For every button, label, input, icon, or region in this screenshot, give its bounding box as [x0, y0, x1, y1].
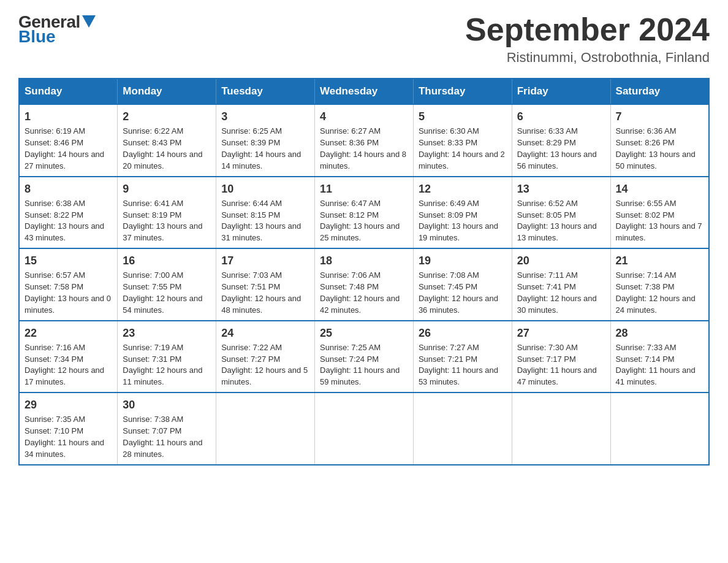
logo-triangle-icon	[82, 15, 96, 28]
calendar-week-row: 29Sunrise: 7:35 AMSunset: 7:10 PMDayligh…	[19, 393, 709, 464]
weekday-header-friday: Friday	[512, 79, 610, 104]
day-number: 4	[320, 109, 408, 124]
day-info: Sunrise: 6:36 AMSunset: 8:26 PMDaylight:…	[616, 126, 703, 172]
calendar-day-cell: 15Sunrise: 6:57 AMSunset: 7:58 PMDayligh…	[19, 248, 118, 320]
calendar-day-cell: 24Sunrise: 7:22 AMSunset: 7:27 PMDayligh…	[216, 321, 315, 393]
day-info: Sunrise: 7:38 AMSunset: 7:07 PMDaylight:…	[123, 414, 211, 460]
logo-blue-text: Blue	[18, 27, 56, 47]
weekday-header-wednesday: Wednesday	[315, 79, 414, 104]
day-number: 14	[616, 181, 703, 197]
calendar-day-cell: 18Sunrise: 7:06 AMSunset: 7:48 PMDayligh…	[315, 248, 414, 320]
calendar-day-cell: 28Sunrise: 7:33 AMSunset: 7:14 PMDayligh…	[610, 321, 709, 393]
day-info: Sunrise: 7:00 AMSunset: 7:55 PMDaylight:…	[123, 270, 211, 316]
day-info: Sunrise: 6:55 AMSunset: 8:02 PMDaylight:…	[616, 198, 703, 244]
calendar-day-cell: 5Sunrise: 6:30 AMSunset: 8:33 PMDaylight…	[413, 104, 512, 176]
day-number: 15	[25, 253, 112, 269]
calendar-day-cell	[610, 393, 709, 464]
day-number: 24	[221, 325, 309, 341]
calendar-day-cell: 20Sunrise: 7:11 AMSunset: 7:41 PMDayligh…	[512, 248, 610, 320]
day-number: 26	[419, 325, 507, 341]
day-info: Sunrise: 7:03 AMSunset: 7:51 PMDaylight:…	[221, 270, 309, 316]
day-info: Sunrise: 7:06 AMSunset: 7:48 PMDaylight:…	[320, 270, 408, 316]
calendar-day-cell	[413, 393, 512, 464]
day-number: 18	[320, 253, 408, 269]
calendar-day-cell: 29Sunrise: 7:35 AMSunset: 7:10 PMDayligh…	[19, 393, 118, 464]
day-info: Sunrise: 7:16 AMSunset: 7:34 PMDaylight:…	[25, 342, 112, 388]
day-number: 12	[419, 181, 507, 197]
calendar-day-cell: 23Sunrise: 7:19 AMSunset: 7:31 PMDayligh…	[118, 321, 216, 393]
day-info: Sunrise: 7:25 AMSunset: 7:24 PMDaylight:…	[320, 342, 408, 388]
title-block: September 2024 Ristinummi, Ostrobothnia,…	[465, 12, 710, 66]
weekday-header-tuesday: Tuesday	[216, 79, 315, 104]
day-info: Sunrise: 6:33 AMSunset: 8:29 PMDaylight:…	[517, 126, 605, 172]
day-number: 20	[517, 253, 605, 269]
day-number: 28	[616, 325, 703, 341]
calendar-week-row: 22Sunrise: 7:16 AMSunset: 7:34 PMDayligh…	[19, 321, 709, 393]
location-title: Ristinummi, Ostrobothnia, Finland	[465, 50, 710, 66]
day-info: Sunrise: 6:38 AMSunset: 8:22 PMDaylight:…	[25, 198, 112, 244]
calendar-day-cell: 6Sunrise: 6:33 AMSunset: 8:29 PMDaylight…	[512, 104, 610, 176]
day-number: 17	[221, 253, 309, 269]
weekday-header-sunday: Sunday	[19, 79, 118, 104]
day-info: Sunrise: 7:08 AMSunset: 7:45 PMDaylight:…	[419, 270, 507, 316]
calendar-day-cell: 11Sunrise: 6:47 AMSunset: 8:12 PMDayligh…	[315, 177, 414, 248]
day-info: Sunrise: 7:27 AMSunset: 7:21 PMDaylight:…	[419, 342, 507, 388]
day-info: Sunrise: 6:47 AMSunset: 8:12 PMDaylight:…	[320, 198, 408, 244]
day-info: Sunrise: 7:35 AMSunset: 7:10 PMDaylight:…	[25, 414, 112, 460]
calendar-day-cell: 13Sunrise: 6:52 AMSunset: 8:05 PMDayligh…	[512, 177, 610, 248]
calendar-day-cell: 3Sunrise: 6:25 AMSunset: 8:39 PMDaylight…	[216, 104, 315, 176]
calendar-day-cell: 27Sunrise: 7:30 AMSunset: 7:17 PMDayligh…	[512, 321, 610, 393]
calendar-week-row: 15Sunrise: 6:57 AMSunset: 7:58 PMDayligh…	[19, 248, 709, 320]
calendar-day-cell: 7Sunrise: 6:36 AMSunset: 8:26 PMDaylight…	[610, 104, 709, 176]
calendar-day-cell: 10Sunrise: 6:44 AMSunset: 8:15 PMDayligh…	[216, 177, 315, 248]
day-info: Sunrise: 7:33 AMSunset: 7:14 PMDaylight:…	[616, 342, 703, 388]
day-info: Sunrise: 6:44 AMSunset: 8:15 PMDaylight:…	[221, 198, 309, 244]
day-number: 30	[123, 397, 211, 413]
day-info: Sunrise: 7:11 AMSunset: 7:41 PMDaylight:…	[517, 270, 605, 316]
day-info: Sunrise: 6:49 AMSunset: 8:09 PMDaylight:…	[419, 198, 507, 244]
weekday-header-monday: Monday	[118, 79, 216, 104]
day-number: 19	[419, 253, 507, 269]
day-info: Sunrise: 6:27 AMSunset: 8:36 PMDaylight:…	[320, 126, 408, 172]
calendar-day-cell: 26Sunrise: 7:27 AMSunset: 7:21 PMDayligh…	[413, 321, 512, 393]
day-number: 27	[517, 325, 605, 341]
calendar-day-cell: 9Sunrise: 6:41 AMSunset: 8:19 PMDaylight…	[118, 177, 216, 248]
calendar-day-cell: 17Sunrise: 7:03 AMSunset: 7:51 PMDayligh…	[216, 248, 315, 320]
day-number: 13	[517, 181, 605, 197]
calendar-day-cell: 4Sunrise: 6:27 AMSunset: 8:36 PMDaylight…	[315, 104, 414, 176]
calendar-day-cell: 21Sunrise: 7:14 AMSunset: 7:38 PMDayligh…	[610, 248, 709, 320]
day-info: Sunrise: 6:57 AMSunset: 7:58 PMDaylight:…	[25, 270, 112, 316]
day-number: 8	[25, 181, 112, 197]
calendar-day-cell: 1Sunrise: 6:19 AMSunset: 8:46 PMDaylight…	[19, 104, 118, 176]
weekday-header-saturday: Saturday	[610, 79, 709, 104]
day-info: Sunrise: 7:30 AMSunset: 7:17 PMDaylight:…	[517, 342, 605, 388]
day-number: 5	[419, 109, 507, 124]
calendar-day-cell: 14Sunrise: 6:55 AMSunset: 8:02 PMDayligh…	[610, 177, 709, 248]
day-number: 9	[123, 181, 211, 197]
day-number: 1	[25, 109, 112, 124]
day-number: 3	[221, 109, 309, 124]
calendar-week-row: 8Sunrise: 6:38 AMSunset: 8:22 PMDaylight…	[19, 177, 709, 248]
day-number: 10	[221, 181, 309, 197]
day-number: 25	[320, 325, 408, 341]
month-title: September 2024	[465, 12, 710, 47]
calendar-day-cell	[315, 393, 414, 464]
calendar-day-cell: 25Sunrise: 7:25 AMSunset: 7:24 PMDayligh…	[315, 321, 414, 393]
day-info: Sunrise: 7:22 AMSunset: 7:27 PMDaylight:…	[221, 342, 309, 388]
calendar-day-cell: 16Sunrise: 7:00 AMSunset: 7:55 PMDayligh…	[118, 248, 216, 320]
day-info: Sunrise: 6:30 AMSunset: 8:33 PMDaylight:…	[419, 126, 507, 172]
day-number: 7	[616, 109, 703, 124]
page-header: General Blue September 2024 Ristinummi, …	[18, 12, 710, 66]
calendar-header-row: SundayMondayTuesdayWednesdayThursdayFrid…	[19, 79, 709, 104]
day-number: 21	[616, 253, 703, 269]
logo: General Blue	[18, 12, 96, 47]
day-info: Sunrise: 7:19 AMSunset: 7:31 PMDaylight:…	[123, 342, 211, 388]
calendar-week-row: 1Sunrise: 6:19 AMSunset: 8:46 PMDaylight…	[19, 104, 709, 176]
calendar-day-cell: 19Sunrise: 7:08 AMSunset: 7:45 PMDayligh…	[413, 248, 512, 320]
day-number: 11	[320, 181, 408, 197]
day-number: 2	[123, 109, 211, 124]
calendar-day-cell: 12Sunrise: 6:49 AMSunset: 8:09 PMDayligh…	[413, 177, 512, 248]
calendar-day-cell: 8Sunrise: 6:38 AMSunset: 8:22 PMDaylight…	[19, 177, 118, 248]
day-info: Sunrise: 7:14 AMSunset: 7:38 PMDaylight:…	[616, 270, 703, 316]
day-info: Sunrise: 6:25 AMSunset: 8:39 PMDaylight:…	[221, 126, 309, 172]
